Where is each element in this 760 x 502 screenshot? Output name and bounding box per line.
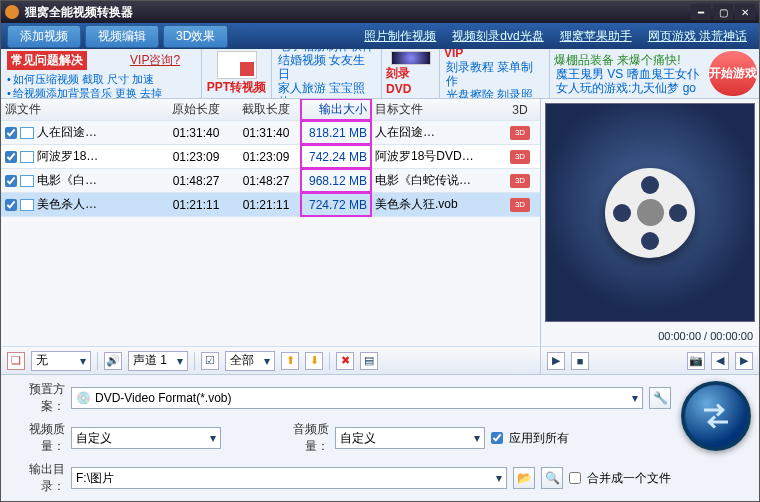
video-edit-button[interactable]: 视频编辑 (85, 25, 159, 48)
row-checkbox[interactable] (5, 199, 17, 211)
table-row[interactable]: 人在囧途…01:31:4001:31:40818.21 MB人在囧途…3D (1, 121, 540, 145)
file-table: 源文件 原始长度 截取长度 输出大小 目标文件 3D 人在囧途…01:31:40… (1, 99, 540, 346)
convert-button[interactable] (681, 381, 751, 451)
open-folder-button[interactable]: 📂 (513, 467, 535, 489)
col-orig-len[interactable]: 原始长度 (161, 99, 231, 120)
ad-link[interactable]: 刻录教程 菜单制作 (446, 60, 543, 88)
ad-ppt[interactable]: PPT转视频 (201, 49, 271, 98)
cut-len: 01:23:09 (231, 145, 301, 168)
orig-len: 01:23:09 (161, 145, 231, 168)
out-size: 724.72 MB (301, 193, 371, 216)
list-toolbar: ❏ 无 🔊 声道 1 ☑ 全部 ⬆ ⬇ ✖ ▤ (1, 346, 540, 374)
convert-arrows-icon (698, 398, 734, 434)
prev-frame-button[interactable]: ◀ (711, 352, 729, 370)
output-dir-combo[interactable]: F:\图片 (71, 467, 507, 489)
film-icon (20, 175, 34, 187)
preview-toolbar: ▶ ■ 📷 ◀ ▶ (541, 346, 759, 374)
out-size: 968.12 MB (301, 169, 371, 192)
src-name: 美色杀人… (37, 196, 97, 213)
vquality-label: 视频质量： (9, 421, 65, 455)
ad-link[interactable]: 家人旅游 宝宝照片 (278, 81, 375, 100)
ppt-icon (217, 51, 257, 79)
vip-link[interactable]: VIP咨询? (130, 53, 180, 67)
outdir-label: 输出目录： (9, 461, 65, 495)
3d-badge-icon[interactable]: 3D (510, 174, 530, 188)
ad-link[interactable]: 光盘擦除 刻录照片 (446, 88, 543, 100)
ad-link[interactable]: 魔王鬼男 VS 嗜血鬼王女仆 (556, 67, 699, 81)
3d-badge-icon[interactable]: 3D (510, 126, 530, 140)
app-logo-icon (5, 5, 19, 19)
col-cut-len[interactable]: 截取长度 (231, 99, 301, 120)
target-name: 美色杀人狂.vob (371, 193, 500, 216)
ad-col1: 电子相册制作软件 结婚视频 女友生日 家人旅游 宝宝照片 (271, 49, 381, 98)
col-3d[interactable]: 3D (500, 99, 540, 120)
start-game-button[interactable]: 开始游戏 (709, 51, 757, 96)
ad-link[interactable]: 结婚视频 女友生日 (278, 53, 375, 81)
table-row[interactable]: 阿波罗18…01:23:0901:23:09742.24 MB阿波罗18号DVD… (1, 145, 540, 169)
subtitle-icon[interactable]: ❏ (7, 352, 25, 370)
minimize-button[interactable]: ━ (691, 4, 711, 20)
3d-badge-icon[interactable]: 3D (510, 198, 530, 212)
upgrade-vip[interactable]: 升级 VIP (444, 49, 523, 60)
faq-item[interactable]: 给视频添加背景音乐 更换 去掉 (7, 86, 195, 99)
add-video-button[interactable]: 添加视频 (7, 25, 81, 48)
src-name: 人在囧途… (37, 124, 97, 141)
table-row[interactable]: 美色杀人…01:21:1101:21:11724.72 MB美色杀人狂.vob3… (1, 193, 540, 217)
film-icon (20, 127, 34, 139)
3d-badge-icon[interactable]: 3D (510, 150, 530, 164)
select-scope[interactable]: 全部 (225, 351, 275, 371)
out-size: 818.21 MB (301, 121, 371, 144)
maximize-button[interactable]: ▢ (713, 4, 733, 20)
time-display: 00:00:00 / 00:00:00 (541, 326, 759, 346)
ad-col3: 爆棚品装备 来爆个痛快! 魔王鬼男 VS 嗜血鬼王女仆 女人玩的游戏:九天仙梦 … (549, 49, 707, 98)
cut-len: 01:21:11 (231, 193, 301, 216)
faq-box: 常见问题解决 VIP咨询? 如何压缩视频 截取 尺寸 加速 给视频添加背景音乐 … (1, 49, 201, 98)
next-frame-button[interactable]: ▶ (735, 352, 753, 370)
row-checkbox[interactable] (5, 175, 17, 187)
preset-label: 预置方案： (9, 381, 65, 415)
delete-button[interactable]: ✖ (336, 352, 354, 370)
apply-all-checkbox[interactable]: 应用到所有 (491, 430, 569, 447)
bottom-panel: 预置方案： 💿 DVD-Video Format(*.vob) 🔧 视频质量： … (1, 374, 759, 501)
row-checkbox[interactable] (5, 151, 17, 163)
move-down-button[interactable]: ⬇ (305, 352, 323, 370)
stop-button[interactable]: ■ (571, 352, 589, 370)
play-button[interactable]: ▶ (547, 352, 565, 370)
nav-link[interactable]: 视频刻录dvd光盘 (452, 28, 543, 45)
effect-3d-button[interactable]: 3D效果 (163, 25, 228, 48)
col-source[interactable]: 源文件 (1, 99, 161, 120)
ad-text[interactable]: 爆棚品装备 来爆个痛快! (554, 53, 681, 67)
col-out-size[interactable]: 输出大小 (301, 99, 371, 120)
snapshot-button[interactable]: 📷 (687, 352, 705, 370)
nav-link[interactable]: 网页游戏 洪荒神话 (648, 28, 747, 45)
audio-icon[interactable]: 🔊 (104, 352, 122, 370)
ad-col2: 菜鸟刻录 升级 VIP 刻录教程 菜单制作 光盘擦除 刻录照片 (439, 49, 549, 98)
preset-combo[interactable]: 💿 DVD-Video Format(*.vob) (71, 387, 643, 409)
aquality-label: 音频质量： (273, 421, 329, 455)
move-up-button[interactable]: ⬆ (281, 352, 299, 370)
ad-link[interactable]: 女人玩的游戏:九天仙梦 go (556, 81, 696, 95)
audio-track-select[interactable]: 声道 1 (128, 351, 188, 371)
select-icon[interactable]: ☑ (201, 352, 219, 370)
clear-button[interactable]: ▤ (360, 352, 378, 370)
window-title: 狸窝全能视频转换器 (25, 4, 691, 21)
subtitle-select[interactable]: 无 (31, 351, 91, 371)
preset-settings-button[interactable]: 🔧 (649, 387, 671, 409)
faq-item[interactable]: 如何压缩视频 截取 尺寸 加速 (7, 72, 195, 86)
film-reel-icon (605, 168, 695, 258)
src-name: 电影《白… (37, 172, 97, 189)
cut-len: 01:48:27 (231, 169, 301, 192)
row-checkbox[interactable] (5, 127, 17, 139)
titlebar: 狸窝全能视频转换器 ━ ▢ ✕ (1, 1, 759, 23)
nav-link[interactable]: 照片制作视频 (364, 28, 436, 45)
col-target[interactable]: 目标文件 (371, 99, 500, 120)
nav-link[interactable]: 狸窝苹果助手 (560, 28, 632, 45)
browse-folder-button[interactable]: 🔍 (541, 467, 563, 489)
merge-checkbox[interactable]: 合并成一个文件 (569, 470, 671, 487)
close-button[interactable]: ✕ (735, 4, 755, 20)
ad-dvd[interactable]: 刻录DVD (381, 49, 439, 98)
audio-quality-combo[interactable]: 自定义 (335, 427, 485, 449)
table-row[interactable]: 电影《白…01:48:2701:48:27968.12 MB电影《白蛇传说…3D (1, 169, 540, 193)
app-window: 狸窝全能视频转换器 ━ ▢ ✕ 添加视频 视频编辑 3D效果 照片制作视频 视频… (0, 0, 760, 502)
video-quality-combo[interactable]: 自定义 (71, 427, 221, 449)
